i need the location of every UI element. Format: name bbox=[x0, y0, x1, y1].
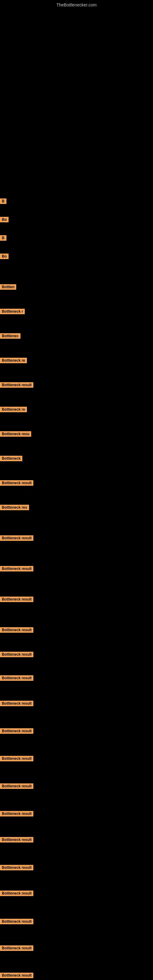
bottleneck-result-label: Bottleneck result bbox=[0, 945, 33, 951]
bottleneck-result-label: Bottleneck result bbox=[0, 973, 33, 978]
bottleneck-result-label: Bottleneck result bbox=[0, 891, 33, 896]
bottleneck-result-label: Bottleneck result bbox=[0, 675, 33, 681]
bottleneck-result-label: Bottleneck result bbox=[0, 382, 33, 388]
bottleneck-result-label: Bottleneck result bbox=[0, 566, 33, 571]
bottleneck-result-label: Bottleneck result bbox=[0, 783, 33, 789]
bottleneck-result-label: Bottleneck result bbox=[0, 701, 33, 706]
bottleneck-result-label: Bottleneck result bbox=[0, 811, 33, 816]
bottleneck-result-label: Bottleneck result bbox=[0, 652, 33, 657]
bottleneck-result-label: Bottleneck result bbox=[0, 480, 33, 486]
bottleneck-result-label: Bottleneck bbox=[0, 456, 22, 461]
bottleneck-result-label: B bbox=[0, 199, 6, 204]
bottleneck-result-label: Bo bbox=[0, 254, 9, 259]
bottleneck-result-label: Bottleneck result bbox=[0, 865, 33, 870]
bottleneck-result-label: Bottleneck result bbox=[0, 535, 33, 541]
bottleneck-result-label: B bbox=[0, 235, 6, 241]
bottleneck-result-label: Bottleneck result bbox=[0, 919, 33, 924]
bottleneck-result-label: Bottleneck result bbox=[0, 597, 33, 602]
bottleneck-result-label: Bottleneck result bbox=[0, 756, 33, 761]
bottleneck-result-label: Bottleneck re bbox=[0, 358, 27, 363]
bottleneck-result-label: Bottleneck r bbox=[0, 309, 25, 314]
bottleneck-result-label: Bottleneck re bbox=[0, 407, 27, 412]
bottleneck-result-label: Bo bbox=[0, 217, 9, 222]
site-title: TheBottlenecker.com bbox=[0, 0, 153, 9]
bottleneck-result-label: Bottleneck resu bbox=[0, 431, 31, 437]
bottleneck-result-label: Bottleneck res bbox=[0, 505, 29, 510]
bottleneck-result-label: Bottleneck result bbox=[0, 627, 33, 633]
bottleneck-result-label: Bottlenec bbox=[0, 333, 21, 339]
bottleneck-result-label: Bottleneck result bbox=[0, 837, 33, 843]
bottleneck-result-label: Bottleneck result bbox=[0, 728, 33, 734]
bottleneck-result-label: Bottlen bbox=[0, 284, 16, 290]
